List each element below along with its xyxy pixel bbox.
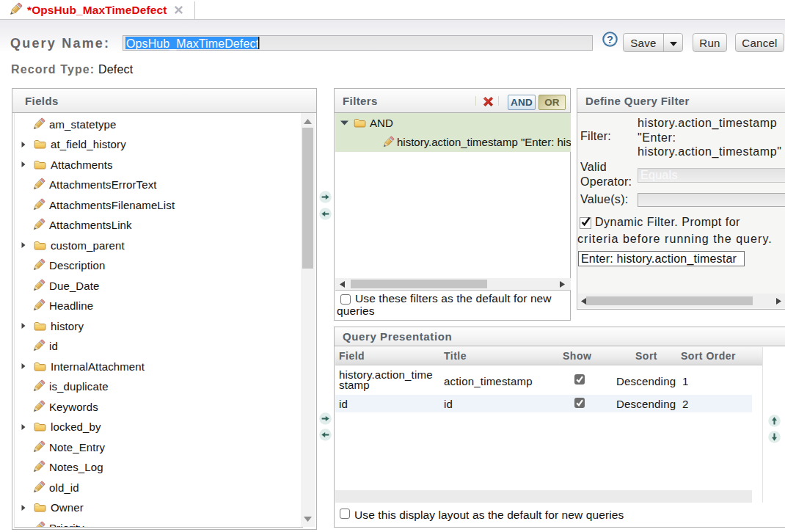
svg-text:?: ? [607, 34, 613, 45]
